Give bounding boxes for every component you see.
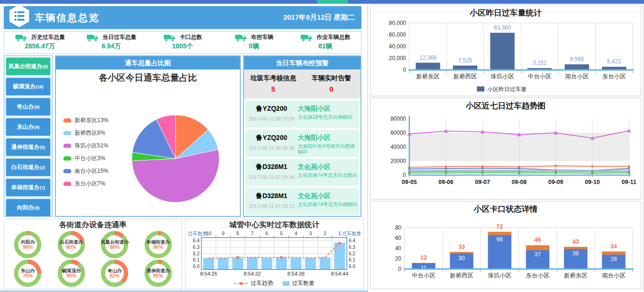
alert-plate: 鲁D328M1 — [245, 192, 298, 200]
sidebar-item-label: 毓璜顶办 — [13, 83, 35, 91]
alert-item: 鲁D328M12017-08-31 07:29:13文化苑小区文化四巷74号北方… — [245, 188, 359, 215]
chart-text: 过车数量 — [342, 231, 361, 236]
donut-text: 向阳办98% — [6, 239, 50, 250]
rt-bar — [218, 258, 229, 269]
stat-value: 0辆 — [249, 42, 259, 51]
status-bar-offline — [526, 245, 549, 250]
stat-value: 6.94万 — [101, 42, 121, 51]
chart-text: 9,565 — [569, 56, 583, 62]
pie-legend-label: 新桥西区8% — [75, 129, 105, 137]
chart-text: 8:54:26 — [200, 271, 217, 277]
alert-item-right: 大海阳小区大海阳中街4号南方向西南朝向 — [298, 130, 359, 157]
daily-volume-chart: 80,00060,00040,00020,000012,368新桥东区7,525… — [372, 19, 640, 95]
alert-item-left: 鲁D328M12017-08-31 07:29:34 — [245, 159, 298, 186]
chart-text: 新桥东区 — [564, 272, 588, 279]
chart-text: 20,000 — [389, 55, 406, 61]
sidebar-item-count: (2) — [40, 165, 45, 170]
chart-text: 37 — [534, 251, 541, 258]
sidebar-item[interactable]: 奇山办(8) — [6, 98, 51, 116]
chart-text: 7 — [251, 231, 253, 236]
status-bar-offline — [488, 232, 511, 235]
chart-text: 6.3 — [193, 245, 199, 250]
stat-item: 作业车辆总数81辆 — [290, 31, 361, 54]
sidebar-item-count: (8) — [34, 105, 39, 109]
gate-status-panel: 小区卡口状态详情 8060402001112中台小区3033新桥西区6672珠玑… — [370, 201, 641, 289]
pie-panel-header: 通车总量占比图 — [56, 56, 240, 69]
stat-top: 卡口总数 — [163, 33, 202, 42]
stat-item: 历史过车总量2856.47万 — [4, 31, 76, 54]
alert-address: 文化四巷74号北方向北朝向 — [298, 172, 358, 178]
alert-time: 2017-08-31 07:29:13 — [245, 203, 298, 209]
status-bar-offline — [450, 252, 473, 254]
chart-text: 63,360 — [493, 24, 511, 31]
donut-gauge: 幸福街道办96% — [137, 230, 180, 259]
chart-text: 8 — [236, 231, 239, 236]
stat-top: 作业车辆总数 — [300, 33, 351, 42]
stat-label: 当日过车总量 — [103, 33, 137, 41]
sidebar-item-count: (8) — [34, 206, 39, 210]
legend-car-icon — [63, 156, 71, 161]
page-title: 车辆信息总览 — [35, 11, 100, 24]
alert-summary-label: 车辆实时告警 — [302, 74, 360, 83]
donut-text: 东山办75% — [6, 268, 50, 278]
legend-car-icon — [63, 118, 71, 123]
donut-text: 奇山办62% — [93, 268, 137, 278]
chart-text: 6.0 — [193, 264, 199, 269]
alert-community: 大海阳小区 — [298, 105, 358, 113]
status-bar-offline — [602, 252, 625, 255]
date-label: 2017年9月12日 星期二 — [283, 13, 355, 22]
alert-community: 大海阳小区 — [298, 134, 358, 142]
stat-value: 81辆 — [318, 42, 332, 51]
sidebar-item[interactable]: 东山办(9) — [6, 118, 51, 136]
chart-text: 珠玑小区 — [488, 272, 512, 279]
pie-legend-item: 东台小区7% — [63, 180, 108, 188]
chart-text: 66 — [496, 236, 503, 243]
bar-swatch-icon — [283, 281, 290, 286]
donut-gauge: 东山办75% — [6, 259, 50, 287]
rt-bar — [305, 258, 316, 269]
pie-legend-item: 南台小区15% — [63, 167, 108, 175]
chart-text: 60000 — [390, 130, 406, 136]
donut-text: 幸福街道办96% — [137, 239, 180, 250]
chart-text: 南台小区 — [565, 73, 589, 80]
pie-chart-title: 各小区今日通车总量占比 — [56, 72, 240, 84]
donut-text: 凤凰台街道办88% — [93, 239, 137, 250]
alert-item-right: 大海阳小区文化路28号北方向南朝向 — [298, 100, 359, 128]
sidebar-item[interactable]: 毓璜顶办(18) — [6, 77, 51, 96]
chart-text: 8:54:32 — [244, 271, 261, 277]
rt-legend-label: 过车数量 — [292, 279, 314, 287]
sidebar-item[interactable]: 凤凰台街道办(6) — [6, 57, 51, 76]
sidebar-item[interactable]: 白石街道办(2) — [6, 158, 51, 177]
rt-bar — [203, 258, 214, 269]
donut-text: 白石街道办80% — [50, 239, 93, 250]
donut-gauge: 通伸街道办95% — [137, 259, 180, 287]
alert-summary-value: 5 — [244, 85, 302, 93]
chart-text: 09-08 — [512, 179, 527, 185]
alert-panel-header: 当日车辆布控预警 — [244, 56, 360, 69]
chart-text: 9 — [222, 231, 224, 236]
trend-line-icon — [234, 281, 248, 286]
chart-text: 33 — [458, 244, 465, 250]
pie-legend-item: 中台小区3% — [63, 154, 108, 162]
sidebar-item-count: (9) — [34, 125, 39, 130]
chart-text: 3 — [309, 231, 312, 236]
chart-text: 新桥西区 — [453, 73, 477, 80]
chart-text: 60 — [395, 235, 401, 241]
sidebar-item[interactable]: 通伸街道办(5) — [6, 138, 51, 156]
donut-gauge: 毓璜顶办90% — [50, 259, 93, 287]
sidebar-item[interactable]: 幸福街道办(7) — [6, 178, 51, 197]
chart-text: 80000 — [390, 115, 406, 122]
chart-text: 20 — [395, 255, 401, 262]
trend-chart: 80000600004000020000009-0509-0609-0709-0… — [372, 112, 640, 193]
chart-text: 40,000 — [389, 43, 406, 50]
top-strip-indicator[interactable] — [317, 0, 348, 4]
chart-text: 珠玑小区 — [491, 73, 514, 80]
chart-text: 3,152 — [532, 60, 546, 66]
alert-summary-col: 车辆实时告警0 — [302, 69, 360, 99]
sidebar: 凤凰台街道办(6)毓璜顶办(18)奇山办(8)东山办(9)通伸街道办(5)白石街… — [4, 55, 53, 217]
alert-item-left: 鲁D328M12017-08-31 07:29:13 — [245, 188, 298, 215]
chart-text: 6.4 — [349, 238, 355, 243]
pie-legend-item: 新桥东区13% — [63, 116, 108, 124]
chart-text: 8:54:44 — [331, 271, 348, 277]
sidebar-item[interactable]: 向阳办(8) — [6, 199, 51, 217]
